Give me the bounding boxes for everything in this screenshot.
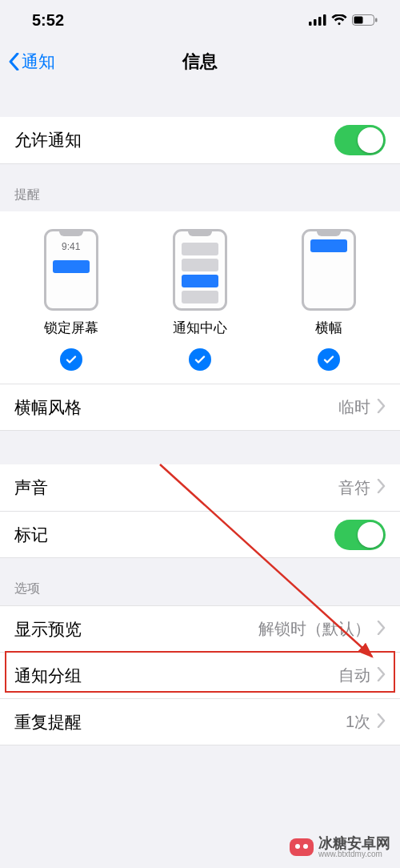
watermark-url: www.btxtdmy.com — [318, 850, 390, 858]
svg-rect-1 — [314, 19, 317, 26]
cellular-icon — [309, 14, 326, 26]
banner-style-row[interactable]: 横幅风格 临时 — [0, 384, 400, 430]
watermark-text: 冰糖安卓网 — [318, 836, 390, 850]
back-label: 通知 — [22, 50, 55, 73]
show-preview-row[interactable]: 显示预览 解锁时（默认） — [0, 605, 400, 652]
watermark-logo-icon — [290, 838, 314, 856]
alert-center[interactable]: 通知中心 — [173, 229, 227, 371]
allow-notifications-row[interactable]: 允许通知 — [0, 117, 400, 163]
svg-rect-0 — [309, 22, 312, 26]
chevron-right-icon — [377, 398, 386, 417]
status-time: 5:52 — [32, 11, 64, 30]
alert-lockscreen[interactable]: 9:41 锁定屏幕 — [44, 229, 98, 371]
banner-style-value: 临时 — [338, 396, 370, 418]
badge-row[interactable]: 标记 — [0, 511, 400, 557]
repeat-label: 重复提醒 — [14, 711, 346, 733]
sound-value: 音符 — [338, 477, 370, 499]
back-button[interactable]: 通知 — [0, 50, 55, 73]
repeat-row[interactable]: 重复提醒 1次 — [0, 698, 400, 745]
show-preview-value: 解锁时（默认） — [258, 618, 370, 640]
allow-group: 允许通知 — [0, 117, 400, 163]
svg-rect-5 — [354, 17, 363, 24]
chevron-right-icon — [377, 620, 386, 639]
svg-rect-6 — [375, 18, 378, 22]
status-icons — [309, 14, 378, 26]
watermark: 冰糖安卓网 www.btxtdmy.com — [290, 836, 390, 858]
alerts-header: 提醒 — [0, 164, 400, 211]
svg-rect-3 — [323, 14, 326, 26]
nav-bar: 通知 信息 — [0, 40, 400, 83]
alert-center-check — [189, 348, 211, 371]
allow-switch[interactable] — [334, 125, 386, 155]
sound-row[interactable]: 声音 音符 — [0, 464, 400, 511]
show-preview-label: 显示预览 — [14, 618, 258, 641]
alert-banner-check — [318, 348, 340, 371]
grouping-label: 通知分组 — [14, 665, 338, 687]
center-preview-icon — [173, 229, 227, 311]
grouping-value: 自动 — [338, 665, 370, 686]
alert-lockscreen-label: 锁定屏幕 — [44, 319, 98, 337]
alert-banner[interactable]: 横幅 — [302, 229, 356, 371]
options-header: 选项 — [0, 558, 400, 605]
repeat-value: 1次 — [346, 711, 370, 733]
chevron-left-icon — [8, 53, 20, 70]
battery-icon — [352, 14, 378, 26]
chevron-right-icon — [377, 713, 386, 732]
banner-preview-icon — [302, 229, 356, 311]
lockscreen-preview-icon: 9:41 — [44, 229, 98, 311]
wifi-icon — [331, 14, 347, 26]
alert-types: 9:41 锁定屏幕 通知中心 横幅 — [0, 211, 400, 384]
alert-lockscreen-check — [60, 348, 82, 371]
chevron-right-icon — [377, 666, 386, 685]
badge-switch[interactable] — [334, 520, 386, 550]
sound-label: 声音 — [14, 476, 338, 499]
banner-style-label: 横幅风格 — [14, 396, 338, 419]
grouping-row[interactable]: 通知分组 自动 — [0, 652, 400, 698]
alert-center-label: 通知中心 — [173, 319, 227, 337]
sound-badge-group: 声音 音符 标记 — [0, 464, 400, 557]
badge-label: 标记 — [14, 524, 334, 546]
allow-label: 允许通知 — [14, 129, 334, 151]
svg-rect-2 — [318, 17, 322, 26]
page-title: 信息 — [0, 50, 400, 74]
status-bar: 5:52 — [0, 0, 400, 40]
chevron-right-icon — [377, 478, 386, 497]
alert-banner-label: 横幅 — [315, 319, 342, 337]
